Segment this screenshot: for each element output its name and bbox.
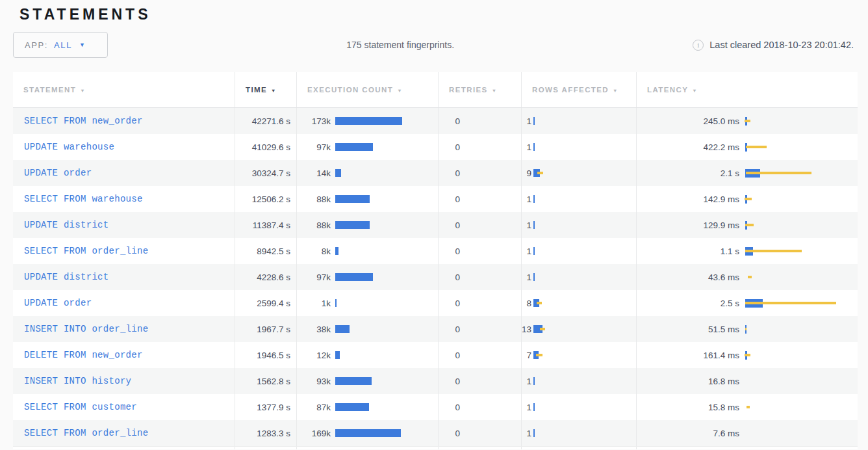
latency-bar [745, 221, 858, 230]
time-value: 8942.5 s [257, 246, 290, 256]
latency-value: 15.8 ms [637, 403, 739, 412]
statement-link[interactable]: UPDATE order [24, 298, 92, 308]
statement-cell: INSERT INTO order_line [13, 316, 235, 342]
rows-affected-value: 9 [522, 168, 531, 178]
execution-count-cell: 97k [297, 134, 439, 160]
execution-count-bar [335, 117, 402, 125]
statement-cell: UPDATE district [13, 264, 235, 290]
rows-affected-cell: 7 [522, 342, 637, 368]
time-value: 1562.8 s [257, 377, 290, 386]
execution-count-value: 14k [297, 168, 331, 178]
latency-value: 43.6 ms [637, 272, 739, 282]
rows-affected-cell: 1 [522, 212, 637, 238]
statement-link[interactable]: SELECT FROM order_line [24, 246, 148, 256]
rows-affected-bar-mean [533, 117, 535, 125]
column-header-execution-count[interactable]: EXECUTION COUNT▼ [297, 72, 439, 107]
rows-affected-cell: 1 [522, 368, 637, 394]
latency-bar [745, 117, 858, 126]
statement-link[interactable]: SELECT FROM order_line [24, 428, 148, 438]
latency-value: 161.4 ms [637, 351, 739, 360]
execution-count-value: 169k [297, 429, 331, 438]
column-header-time[interactable]: TIME▼ [235, 72, 297, 107]
time-value: 30324.7 s [252, 168, 290, 178]
retries-cell: 0 [439, 108, 522, 134]
column-header-statement[interactable]: STATEMENT▼ [13, 72, 235, 107]
retries-cell: 0 [439, 394, 522, 420]
statement-link[interactable]: INSERT INTO order_line [24, 324, 148, 334]
rows-affected-bar-mean [533, 273, 535, 281]
execution-count-cell: 173k [297, 108, 439, 134]
sort-desc-icon: ▼ [692, 87, 698, 93]
statement-link[interactable]: SELECT FROM new_order [24, 116, 143, 126]
rows-affected-bar-mean [533, 247, 535, 255]
retries-cell: 0 [439, 212, 522, 238]
statement-link[interactable]: INSERT INTO history [24, 376, 131, 386]
column-header-retries[interactable]: RETRIES▼ [439, 72, 522, 107]
statement-link[interactable]: UPDATE district [24, 272, 109, 282]
statement-link[interactable]: UPDATE district [24, 220, 109, 230]
table-row: SELECT FROM order_line 1283.3 s 169k 0 1… [13, 420, 858, 446]
time-cell: 4228.6 s [235, 264, 297, 290]
retries-value: 0 [439, 142, 460, 152]
time-value: 1946.5 s [257, 351, 290, 360]
column-label: RETRIES [449, 86, 488, 94]
time-cell: 1377.9 s [235, 394, 297, 420]
retries-value: 0 [439, 429, 460, 438]
latency-value: 7.6 ms [637, 429, 739, 438]
retries-value: 0 [439, 116, 460, 126]
execution-count-value: 88k [297, 220, 331, 230]
rows-affected-bar [533, 325, 636, 334]
latency-cell: 129.9 ms [637, 212, 858, 238]
time-cell: 8942.5 s [235, 238, 297, 264]
rows-affected-cell: 8 [522, 290, 637, 316]
table-row: UPDATE district 4228.6 s 97k 0 1 43.6 ms [13, 264, 858, 290]
app-filter-dropdown[interactable]: APP: ALL ▼ [13, 32, 108, 58]
table-row: UPDATE order 30324.7 s 14k 0 9 2.1 s [13, 160, 858, 186]
time-value: 2599.4 s [257, 298, 290, 308]
retries-cell: 0 [439, 134, 522, 160]
rows-affected-bar [533, 143, 636, 152]
rows-affected-cell: 13 [522, 316, 637, 342]
latency-bar-stddev [745, 302, 836, 304]
execution-count-cell: 14k [297, 160, 439, 186]
column-label: STATEMENT [23, 86, 76, 94]
latency-cell: 422.2 ms [637, 134, 858, 160]
latency-bar-stddev [747, 406, 750, 408]
rows-affected-cell: 1 [522, 134, 637, 160]
execution-count-cell: 97k [297, 264, 439, 290]
column-header-rows-affected[interactable]: ROWS AFFECTED▼ [522, 72, 637, 107]
retries-cell: 0 [439, 290, 522, 316]
statement-link[interactable]: DELETE FROM new_order [24, 350, 143, 360]
time-cell: 2599.4 s [235, 290, 297, 316]
time-value: 4228.6 s [257, 272, 290, 282]
column-label: TIME [246, 86, 267, 94]
statement-link[interactable]: UPDATE order [24, 168, 92, 178]
column-label: ROWS AFFECTED [532, 86, 609, 94]
table-row: UPDATE district 11387.4 s 88k 0 1 129.9 … [13, 212, 858, 238]
retries-cell: 0 [439, 186, 522, 212]
latency-cell: 142.9 ms [637, 186, 858, 212]
sort-desc-icon: ▼ [271, 87, 277, 93]
rows-affected-cell: 1 [522, 238, 637, 264]
rows-affected-value: 13 [522, 324, 531, 334]
statement-link[interactable]: UPDATE warehouse [24, 142, 114, 152]
time-cell: 41029.6 s [235, 134, 297, 160]
execution-count-bar [335, 247, 338, 255]
statement-link[interactable]: SELECT FROM warehouse [24, 194, 143, 204]
rows-affected-value: 1 [522, 220, 531, 230]
rows-affected-cell: 1 [522, 108, 637, 134]
statement-cell: UPDATE order [13, 160, 235, 186]
rows-affected-bar [533, 195, 636, 204]
info-icon[interactable]: i [693, 40, 704, 51]
statement-cell: SELECT FROM customer [13, 394, 235, 420]
latency-value: 245.0 ms [637, 116, 739, 126]
statement-link[interactable]: SELECT FROM customer [24, 402, 137, 412]
retries-cell: 0 [439, 316, 522, 342]
time-cell: 1967.7 s [235, 316, 297, 342]
rows-affected-bar-stddev [536, 354, 542, 356]
sort-desc-icon: ▼ [613, 87, 619, 93]
column-header-latency[interactable]: LATENCY▼ [637, 72, 858, 107]
rows-affected-value: 1 [522, 272, 531, 282]
rows-affected-bar [533, 247, 636, 256]
retries-cell: 0 [439, 160, 522, 186]
